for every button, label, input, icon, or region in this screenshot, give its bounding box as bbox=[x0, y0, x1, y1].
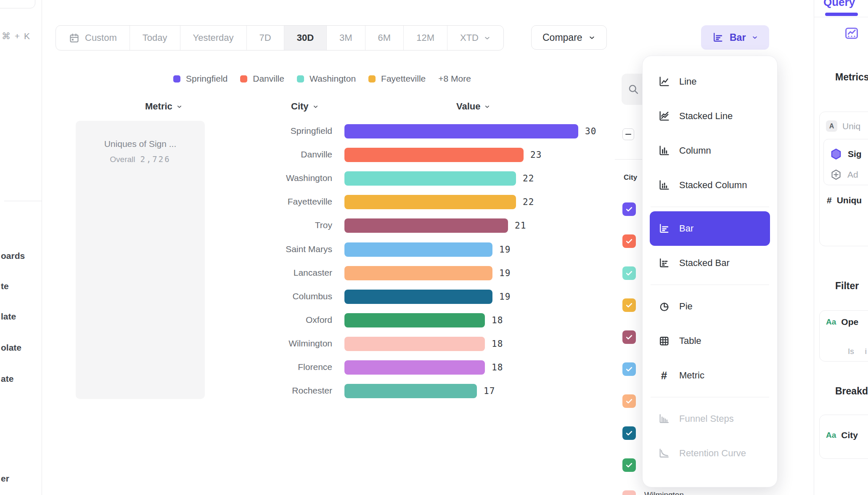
legend-item-springfield[interactable]: Springfield bbox=[173, 74, 228, 84]
bar-washington[interactable] bbox=[344, 171, 516, 186]
bar-label-oxford: Oxford bbox=[210, 315, 332, 325]
chart-type-button[interactable]: Bar bbox=[701, 25, 769, 50]
check-icon bbox=[625, 205, 633, 213]
query-tab-underline bbox=[825, 13, 858, 16]
bar-columbus[interactable] bbox=[344, 290, 492, 304]
legend-more-link[interactable]: +8 More bbox=[438, 74, 471, 84]
bar-lancaster[interactable] bbox=[344, 266, 492, 280]
sidebar-item-fragment-5[interactable]: er bbox=[1, 474, 9, 484]
city-checkbox-saint-marys[interactable] bbox=[622, 362, 636, 376]
city-checkbox-columbus[interactable] bbox=[622, 426, 636, 440]
add-event-row[interactable]: Ad bbox=[830, 168, 858, 181]
value-column-header[interactable]: Value bbox=[456, 101, 490, 112]
check-icon bbox=[625, 493, 633, 495]
bar-saint-marys[interactable] bbox=[344, 242, 492, 257]
menu-item-column[interactable]: Column bbox=[650, 133, 770, 168]
legend-item-danville[interactable]: Danville bbox=[240, 74, 284, 84]
city-filter-title: City bbox=[624, 173, 637, 182]
date-range-12m[interactable]: 12M bbox=[404, 26, 447, 50]
check-icon bbox=[625, 397, 633, 405]
select-all-checkbox-indeterminate[interactable] bbox=[622, 128, 634, 140]
menu-item-stacked-column[interactable]: Stacked Column bbox=[650, 168, 770, 202]
bar-label-rochester: Rochester bbox=[210, 386, 332, 396]
bar-wilmington[interactable] bbox=[344, 337, 485, 351]
bar-springfield[interactable] bbox=[344, 124, 578, 138]
breakdown-property-row[interactable]: Aa City bbox=[826, 430, 858, 440]
legend-item-washington[interactable]: Washington bbox=[297, 74, 356, 84]
hash-icon: # bbox=[827, 195, 832, 205]
menu-item-bar[interactable]: Bar bbox=[650, 211, 770, 246]
bar-value: 18 bbox=[492, 362, 503, 373]
city-checkbox-danville[interactable] bbox=[622, 234, 636, 248]
date-range-xtd[interactable]: XTD bbox=[447, 26, 503, 50]
menu-item-stacked-bar[interactable]: Stacked Bar bbox=[650, 246, 770, 280]
bar-value: 19 bbox=[499, 268, 511, 278]
filter-operator-row[interactable]: Is i bbox=[848, 347, 867, 356]
city-header-label: City bbox=[291, 101, 309, 112]
city-checkbox-washington[interactable] bbox=[622, 266, 636, 280]
date-range-today[interactable]: Today bbox=[130, 26, 180, 50]
city-column-header[interactable]: City bbox=[291, 101, 319, 112]
chevron-down-icon bbox=[588, 34, 595, 41]
overall-value: 2,726 bbox=[140, 154, 170, 164]
menu-item-pie[interactable]: Pie bbox=[650, 289, 770, 324]
bar-oxford[interactable] bbox=[344, 313, 485, 327]
check-icon bbox=[625, 333, 633, 341]
menu-item-table[interactable]: Table bbox=[650, 324, 770, 358]
hash-metric-row[interactable]: # Uniqu bbox=[827, 195, 862, 205]
metric-card-overall: Overall2,726 bbox=[76, 154, 205, 164]
legend-item-fayetteville[interactable]: Fayetteville bbox=[368, 74, 426, 84]
property-type-badge: Aa bbox=[826, 431, 836, 440]
city-checkbox-lancaster[interactable] bbox=[622, 394, 636, 408]
tab-query[interactable]: Query bbox=[823, 0, 855, 9]
date-range-custom[interactable]: Custom bbox=[56, 26, 130, 50]
metric-row[interactable]: A Uniq bbox=[826, 120, 860, 132]
city-checkbox-oxford[interactable] bbox=[622, 458, 636, 472]
date-range-label: Custom bbox=[85, 32, 117, 43]
bar-fayetteville[interactable] bbox=[344, 195, 516, 209]
bar-rochester[interactable] bbox=[344, 384, 477, 398]
date-range-yesterday[interactable]: Yesterday bbox=[180, 26, 247, 50]
menu-item-stacked-line[interactable]: Stacked Line bbox=[650, 99, 770, 133]
menu-item-label: Bar bbox=[679, 223, 693, 234]
filter-property-row[interactable]: Aa Ope bbox=[826, 317, 858, 327]
city-checkbox-troy[interactable] bbox=[622, 330, 636, 344]
menu-item-metric[interactable]: #Metric bbox=[650, 358, 770, 393]
bar-danville[interactable] bbox=[344, 148, 524, 162]
sidebar-search-box-remnant[interactable] bbox=[0, 0, 35, 8]
date-range-label: Yesterday bbox=[193, 32, 234, 43]
date-range-label: 3M bbox=[339, 32, 352, 43]
menu-item-line[interactable]: Line bbox=[650, 64, 770, 99]
event-row[interactable]: Sig bbox=[829, 147, 862, 161]
bar-value: 22 bbox=[523, 173, 534, 184]
bar-value: 19 bbox=[499, 292, 511, 302]
sidebar-item-fragment-0[interactable]: oards bbox=[1, 251, 25, 261]
bar-value: 19 bbox=[499, 245, 511, 255]
city-checkbox-wilmington[interactable] bbox=[622, 490, 636, 495]
bar-label-troy: Troy bbox=[210, 220, 332, 230]
date-range-30d[interactable]: 30D bbox=[284, 26, 327, 50]
check-icon bbox=[625, 429, 633, 437]
insights-chart-icon[interactable] bbox=[844, 25, 860, 41]
sidebar-item-fragment-2[interactable]: late bbox=[1, 311, 16, 322]
date-range-3m[interactable]: 3M bbox=[327, 26, 365, 50]
sidebar-item-fragment-1[interactable]: te bbox=[1, 281, 9, 291]
date-range-7d[interactable]: 7D bbox=[247, 26, 284, 50]
check-icon bbox=[625, 301, 633, 309]
city-checkbox-label: Wilmington bbox=[644, 490, 684, 495]
bar-value: 18 bbox=[492, 315, 503, 325]
bar-troy[interactable] bbox=[344, 218, 508, 233]
column-icon bbox=[658, 145, 670, 157]
bar-florence[interactable] bbox=[344, 360, 485, 375]
filter-heading: Filter bbox=[835, 280, 859, 292]
city-checkbox-fayetteville[interactable] bbox=[622, 298, 636, 312]
filter-property-name: Ope bbox=[841, 317, 858, 327]
city-checkbox-springfield[interactable] bbox=[622, 202, 636, 216]
date-range-picker: CustomTodayYesterday7D30D3M6M12MXTD bbox=[56, 25, 504, 51]
compare-button[interactable]: Compare bbox=[531, 25, 607, 50]
date-range-6m[interactable]: 6M bbox=[365, 26, 404, 50]
sidebar-item-fragment-4[interactable]: ate bbox=[1, 374, 13, 384]
bar-value: 23 bbox=[530, 150, 542, 160]
sidebar-item-fragment-3[interactable]: olate bbox=[1, 343, 21, 353]
metric-column-header[interactable]: Metric bbox=[145, 101, 183, 112]
